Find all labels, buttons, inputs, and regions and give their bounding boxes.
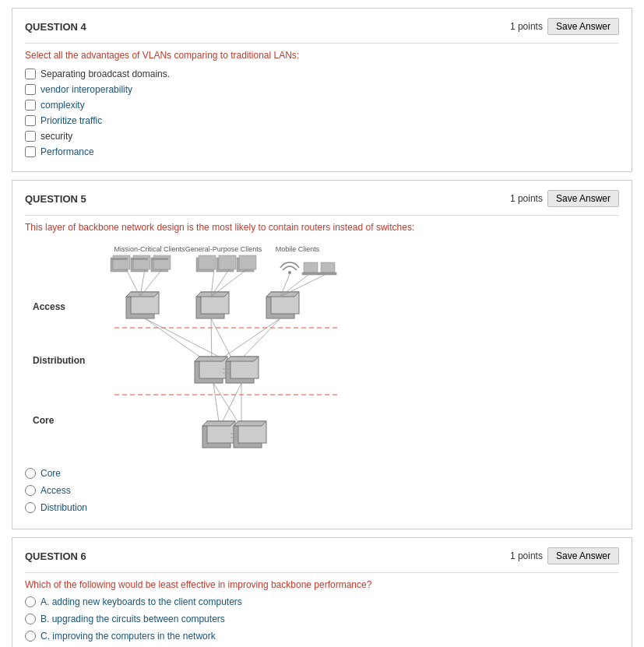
distribution-label: Distribution [33,355,95,366]
question-6-points-save: 1 points Save Answer [510,547,619,564]
divider [25,43,619,44]
divider-6 [25,572,619,573]
q4-label-e: security [40,131,72,142]
q5-radio-b[interactable] [25,485,36,496]
q4-checkbox-d[interactable] [25,115,36,126]
q4-checkbox-c[interactable] [25,100,36,111]
core-switch-1 [202,421,235,448]
divider-5 [25,215,619,216]
dist-switch-2 [226,357,259,383]
svg-marker-22 [126,292,159,297]
svg-rect-17 [302,273,319,275]
question-5-title: QUESTION 5 [25,193,86,205]
q6-option-a[interactable]: A. adding new keyboards to the client co… [25,596,619,607]
access-switch-1 [126,292,159,318]
question-6-block: QUESTION 6 1 points Save Answer Which of… [12,537,632,647]
mc-device-3 [151,255,171,272]
gp-device-1 [196,255,216,272]
svg-line-54 [213,383,220,427]
question-6-save-button[interactable]: Save Answer [547,547,619,564]
svg-point-15 [288,271,291,274]
q5-label-b: Access [40,485,71,496]
q5-option-b[interactable]: Access [25,485,619,496]
q4-checkbox-f[interactable] [25,146,36,157]
q4-label-f: Performance [40,146,94,157]
q5-label-c: Distribution [40,502,87,513]
mobile-device-1 [280,262,299,274]
question-4-points: 1 points [510,21,543,32]
question-5-header: QUESTION 5 1 points Save Answer [25,190,619,207]
q6-option-b[interactable]: B. upgrading the circuits between comput… [25,614,619,624]
svg-rect-8 [151,258,168,260]
q4-option-f[interactable]: Performance [25,146,619,157]
network-diagram-svg: Mission-Critical Clients General-Purpose… [103,241,344,459]
q4-label-d: Prioritize traffic [40,115,102,126]
q4-label-c: complexity [40,100,85,111]
question-6-points: 1 points [510,550,543,561]
q6-label-a: A. adding new keyboards to the client co… [40,596,242,607]
question-4-save-button[interactable]: Save Answer [547,18,619,35]
svg-rect-16 [304,262,318,273]
q4-option-c[interactable]: complexity [25,100,619,111]
svg-line-55 [213,383,241,427]
core-switch-2 [234,421,266,448]
q4-option-a[interactable]: Separating broadcast domains. [25,69,619,79]
q4-label-b: vendor interoperability [40,84,132,95]
mobile-device-3 [319,262,336,275]
q5-option-c[interactable]: Distribution [25,502,619,513]
svg-rect-4 [133,255,150,269]
diagram-labels: Access Distribution Core [33,241,103,459]
gp-device-3 [237,255,256,272]
access-switch-3 [266,292,299,318]
q5-label-a: Core [40,468,61,479]
svg-rect-2 [111,258,128,260]
question-4-prompt: Select all the advantages of VLANs compa… [25,50,619,61]
question-5-prompt: This layer of backbone network design is… [25,222,619,233]
question-6-header: QUESTION 6 1 points Save Answer [25,547,619,564]
svg-marker-60 [202,421,235,426]
question-5-points: 1 points [510,193,543,204]
question-5-points-save: 1 points Save Answer [510,190,619,207]
svg-rect-12 [219,255,236,269]
core-label: Core [33,415,95,426]
svg-marker-47 [195,357,227,361]
svg-line-37 [280,274,326,297]
gp-device-2 [216,255,236,272]
mc-device-2 [131,255,150,272]
access-label: Access [33,301,95,312]
q4-checkbox-b[interactable] [25,84,36,95]
question-5-save-button[interactable]: Save Answer [547,190,619,207]
q5-radio-c[interactable] [25,502,36,513]
question-6-title: QUESTION 6 [25,550,86,562]
svg-line-56 [220,383,241,427]
q4-label-a: Separating broadcast domains. [40,69,170,79]
q6-radio-a[interactable] [25,596,36,607]
svg-rect-5 [131,258,148,260]
question-5-block: QUESTION 5 1 points Save Answer This lay… [12,180,632,529]
mobile-device-2 [302,262,319,275]
mc-device-1 [111,255,130,272]
q5-radio-a[interactable] [25,468,36,479]
q4-checkbox-a[interactable] [25,69,36,79]
svg-rect-14 [239,255,256,269]
general-purpose-label: General-Purpose Clients [185,245,262,253]
svg-rect-1 [113,255,130,269]
q4-option-e[interactable]: security [25,131,619,142]
q6-label-b: B. upgrading the circuits between comput… [40,614,225,624]
dist-switch-1 [195,357,227,383]
network-diagram-container: Access Distribution Core Mission-Critica… [33,241,619,459]
svg-rect-19 [319,273,336,275]
q5-option-a[interactable]: Core [25,468,619,479]
svg-marker-50 [226,357,259,361]
q4-option-b[interactable]: vendor interoperability [25,84,619,95]
q6-radio-b[interactable] [25,614,36,624]
q4-checkbox-e[interactable] [25,131,36,142]
q6-radio-c[interactable] [25,631,36,642]
access-switch-2 [196,292,229,318]
question-4-points-save: 1 points Save Answer [510,18,619,35]
question-4-title: QUESTION 4 [25,21,86,33]
q4-option-d[interactable]: Prioritize traffic [25,115,619,126]
q6-option-c[interactable]: C. improving the computers in the networ… [25,631,619,642]
svg-rect-10 [199,255,216,269]
svg-rect-7 [153,255,171,269]
